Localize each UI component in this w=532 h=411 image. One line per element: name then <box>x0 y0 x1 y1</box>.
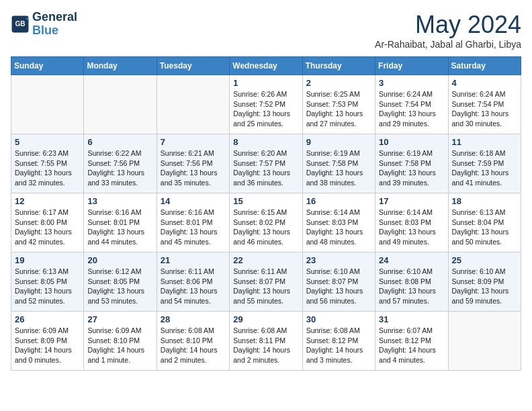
header-cell-friday: Friday <box>375 57 448 75</box>
day-number: 2 <box>306 78 371 88</box>
day-info: Sunrise: 6:26 AMSunset: 7:52 PMDaylight:… <box>233 89 298 129</box>
day-cell: 20Sunrise: 6:12 AMSunset: 8:05 PMDayligh… <box>84 253 157 312</box>
day-info: Sunrise: 6:25 AMSunset: 7:53 PMDaylight:… <box>306 89 371 129</box>
day-cell: 4Sunrise: 6:24 AMSunset: 7:54 PMDaylight… <box>448 75 521 134</box>
day-cell <box>84 75 157 134</box>
day-number: 11 <box>452 137 517 147</box>
day-cell: 14Sunrise: 6:16 AMSunset: 8:01 PMDayligh… <box>157 193 229 253</box>
svg-text:GB: GB <box>15 20 25 28</box>
day-info: Sunrise: 6:18 AMSunset: 7:59 PMDaylight:… <box>452 148 517 188</box>
header-cell-thursday: Thursday <box>302 57 375 75</box>
day-number: 16 <box>306 196 371 206</box>
day-number: 22 <box>233 255 298 265</box>
day-number: 26 <box>15 314 80 324</box>
day-info: Sunrise: 6:11 AMSunset: 8:07 PMDaylight:… <box>233 267 298 306</box>
day-number: 29 <box>233 314 298 324</box>
header-cell-sunday: Sunday <box>11 57 84 75</box>
day-cell: 24Sunrise: 6:10 AMSunset: 8:08 PMDayligh… <box>375 253 448 312</box>
week-row-1: 1Sunrise: 6:26 AMSunset: 7:52 PMDaylight… <box>11 75 521 134</box>
day-cell: 12Sunrise: 6:17 AMSunset: 8:00 PMDayligh… <box>11 193 84 253</box>
day-info: Sunrise: 6:09 AMSunset: 8:09 PMDaylight:… <box>15 326 80 365</box>
day-cell: 3Sunrise: 6:24 AMSunset: 7:54 PMDaylight… <box>375 75 448 134</box>
day-number: 18 <box>452 196 517 206</box>
title-block: May 2024 Ar-Rahaibat, Jabal al Gharbi, L… <box>375 11 521 50</box>
header-cell-wednesday: Wednesday <box>230 57 302 75</box>
day-cell: 6Sunrise: 6:22 AMSunset: 7:56 PMDaylight… <box>84 134 157 193</box>
day-info: Sunrise: 6:24 AMSunset: 7:54 PMDaylight:… <box>379 89 444 129</box>
day-info: Sunrise: 6:22 AMSunset: 7:56 PMDaylight:… <box>87 148 152 188</box>
day-number: 9 <box>306 137 371 147</box>
calendar-header: SundayMondayTuesdayWednesdayThursdayFrid… <box>11 57 521 75</box>
month-year-title: May 2024 <box>375 11 521 39</box>
day-cell: 16Sunrise: 6:14 AMSunset: 8:03 PMDayligh… <box>302 193 375 253</box>
day-info: Sunrise: 6:08 AMSunset: 8:11 PMDaylight:… <box>233 326 298 365</box>
day-cell: 31Sunrise: 6:07 AMSunset: 8:12 PMDayligh… <box>375 312 448 371</box>
day-cell <box>157 75 229 134</box>
day-info: Sunrise: 6:11 AMSunset: 8:06 PMDaylight:… <box>161 267 226 306</box>
header-cell-saturday: Saturday <box>448 57 521 75</box>
day-number: 20 <box>87 255 152 265</box>
day-number: 5 <box>15 137 80 147</box>
day-number: 19 <box>15 255 80 265</box>
day-cell <box>11 75 84 134</box>
day-info: Sunrise: 6:10 AMSunset: 8:09 PMDaylight:… <box>452 267 517 306</box>
calendar-body: 1Sunrise: 6:26 AMSunset: 7:52 PMDaylight… <box>11 75 521 371</box>
day-info: Sunrise: 6:15 AMSunset: 8:02 PMDaylight:… <box>233 208 298 247</box>
day-info: Sunrise: 6:16 AMSunset: 8:01 PMDaylight:… <box>161 208 226 247</box>
header-cell-tuesday: Tuesday <box>157 57 229 75</box>
day-cell: 2Sunrise: 6:25 AMSunset: 7:53 PMDaylight… <box>302 75 375 134</box>
logo-text: GeneralBlue <box>32 11 77 38</box>
day-number: 3 <box>379 78 444 88</box>
day-cell: 18Sunrise: 6:13 AMSunset: 8:04 PMDayligh… <box>448 193 521 253</box>
day-number: 25 <box>452 255 517 265</box>
day-info: Sunrise: 6:13 AMSunset: 8:04 PMDaylight:… <box>452 208 517 247</box>
day-number: 21 <box>161 255 226 265</box>
day-number: 15 <box>233 196 298 206</box>
day-cell: 26Sunrise: 6:09 AMSunset: 8:09 PMDayligh… <box>11 312 84 371</box>
day-number: 1 <box>233 78 298 88</box>
day-info: Sunrise: 6:21 AMSunset: 7:56 PMDaylight:… <box>161 148 226 188</box>
day-number: 17 <box>379 196 444 206</box>
header-cell-monday: Monday <box>84 57 157 75</box>
day-number: 27 <box>87 314 152 324</box>
day-number: 30 <box>306 314 371 324</box>
week-row-5: 26Sunrise: 6:09 AMSunset: 8:09 PMDayligh… <box>11 312 521 371</box>
day-cell: 13Sunrise: 6:16 AMSunset: 8:01 PMDayligh… <box>84 193 157 253</box>
day-info: Sunrise: 6:10 AMSunset: 8:08 PMDaylight:… <box>379 267 444 306</box>
day-number: 8 <box>233 137 298 147</box>
day-info: Sunrise: 6:17 AMSunset: 8:00 PMDaylight:… <box>15 208 80 247</box>
day-cell: 27Sunrise: 6:09 AMSunset: 8:10 PMDayligh… <box>84 312 157 371</box>
day-cell <box>448 312 521 371</box>
day-cell: 21Sunrise: 6:11 AMSunset: 8:06 PMDayligh… <box>157 253 229 312</box>
day-number: 14 <box>161 196 226 206</box>
day-cell: 1Sunrise: 6:26 AMSunset: 7:52 PMDaylight… <box>230 75 302 134</box>
day-info: Sunrise: 6:16 AMSunset: 8:01 PMDaylight:… <box>87 208 152 247</box>
day-number: 24 <box>379 255 444 265</box>
day-cell: 29Sunrise: 6:08 AMSunset: 8:11 PMDayligh… <box>230 312 302 371</box>
page-header: GB GeneralBlue May 2024 Ar-Rahaibat, Jab… <box>11 11 521 50</box>
day-number: 12 <box>15 196 80 206</box>
day-cell: 30Sunrise: 6:08 AMSunset: 8:12 PMDayligh… <box>302 312 375 371</box>
day-number: 23 <box>306 255 371 265</box>
day-info: Sunrise: 6:08 AMSunset: 8:12 PMDaylight:… <box>306 326 371 365</box>
week-row-3: 12Sunrise: 6:17 AMSunset: 8:00 PMDayligh… <box>11 193 521 253</box>
day-cell: 9Sunrise: 6:19 AMSunset: 7:58 PMDaylight… <box>302 134 375 193</box>
day-number: 10 <box>379 137 444 147</box>
day-number: 6 <box>87 137 152 147</box>
day-info: Sunrise: 6:20 AMSunset: 7:57 PMDaylight:… <box>233 148 298 188</box>
day-cell: 15Sunrise: 6:15 AMSunset: 8:02 PMDayligh… <box>230 193 302 253</box>
day-info: Sunrise: 6:12 AMSunset: 8:05 PMDaylight:… <box>87 267 152 306</box>
logo: GB GeneralBlue <box>11 11 77 38</box>
day-cell: 22Sunrise: 6:11 AMSunset: 8:07 PMDayligh… <box>230 253 302 312</box>
logo-icon: GB <box>11 15 30 34</box>
week-row-4: 19Sunrise: 6:13 AMSunset: 8:05 PMDayligh… <box>11 253 521 312</box>
day-number: 13 <box>87 196 152 206</box>
day-info: Sunrise: 6:07 AMSunset: 8:12 PMDaylight:… <box>379 326 444 365</box>
day-info: Sunrise: 6:14 AMSunset: 8:03 PMDaylight:… <box>379 208 444 247</box>
day-number: 28 <box>161 314 226 324</box>
calendar-table: SundayMondayTuesdayWednesdayThursdayFrid… <box>11 56 521 371</box>
location-subtitle: Ar-Rahaibat, Jabal al Gharbi, Libya <box>375 39 521 50</box>
day-number: 7 <box>161 137 226 147</box>
day-number: 4 <box>452 78 517 88</box>
day-cell: 19Sunrise: 6:13 AMSunset: 8:05 PMDayligh… <box>11 253 84 312</box>
